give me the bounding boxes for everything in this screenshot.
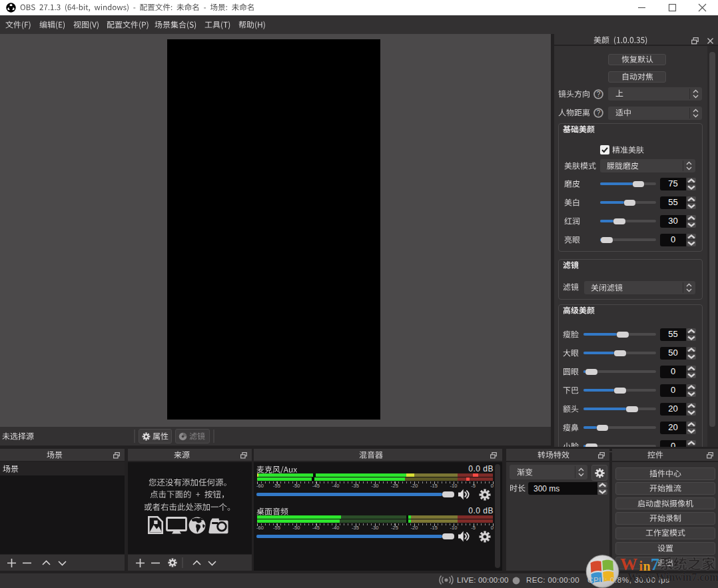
svg-text:?: ?: [597, 109, 601, 117]
svg-text:?: ?: [597, 90, 601, 97]
